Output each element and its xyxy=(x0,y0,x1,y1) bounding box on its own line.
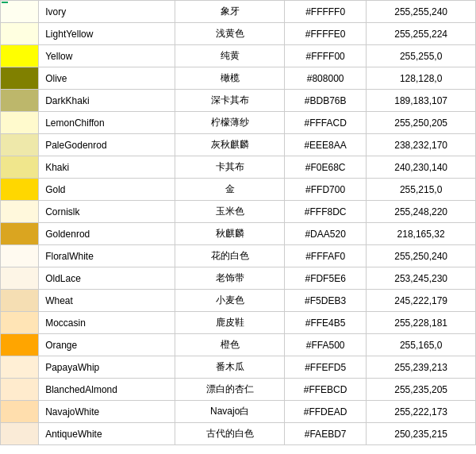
color-name: OldLace xyxy=(39,267,175,290)
color-name: BlanchedAlmond xyxy=(39,379,175,401)
color-chinese: 花的白色 xyxy=(175,245,285,267)
color-rgb: 238,232,170 xyxy=(367,134,476,156)
color-chinese: 鹿皮鞋 xyxy=(175,312,285,334)
table-row: NavajoWhite Navajo白 #FFDEAD 255,222,173 xyxy=(1,401,476,423)
color-rgb: 255,250,240 xyxy=(367,245,476,267)
color-hex: #FFFAF0 xyxy=(285,245,367,267)
color-name: Goldenrod xyxy=(39,223,175,245)
color-hex: #FDF5E6 xyxy=(285,267,367,290)
color-rgb: 255,235,205 xyxy=(367,379,476,401)
color-chinese: 秋麒麟 xyxy=(175,223,285,245)
color-rgb: 255,165,0 xyxy=(367,334,476,356)
color-chinese: 卡其布 xyxy=(175,156,285,179)
color-chinese: 金 xyxy=(175,179,285,201)
table-row: Goldenrod 秋麒麟 #DAA520 218,165,32 xyxy=(1,223,476,245)
color-chinese: 橙色 xyxy=(175,334,285,356)
color-chinese: 古代的白色 xyxy=(175,423,285,445)
color-chinese: 番木瓜 xyxy=(175,356,285,379)
color-chinese: Navajo白 xyxy=(175,401,285,423)
table-row: OldLace 老饰带 #FDF5E6 253,245,230 xyxy=(1,267,476,290)
color-swatch xyxy=(1,1,39,23)
color-chinese: 深卡其布 xyxy=(175,90,285,112)
color-rgb: 255,255,0 xyxy=(367,45,476,67)
color-rgb: 245,222,179 xyxy=(367,290,476,312)
color-hex: #F5DEB3 xyxy=(285,290,367,312)
color-hex: #EEE8AA xyxy=(285,134,367,156)
color-swatch xyxy=(1,90,39,112)
color-swatch xyxy=(1,179,39,201)
table-row: AntiqueWhite 古代的白色 #FAEBD7 250,235,215 xyxy=(1,423,476,445)
table-row: LemonChiffon 柠檬薄纱 #FFFACD 255,250,205 xyxy=(1,112,476,134)
color-hex: #BDB76B xyxy=(285,90,367,112)
color-swatch xyxy=(1,379,39,401)
color-chinese: 小麦色 xyxy=(175,290,285,312)
color-name: PaleGodenrod xyxy=(39,134,175,156)
color-name: Cornislk xyxy=(39,201,175,223)
table-row: Wheat 小麦色 #F5DEB3 245,222,179 xyxy=(1,290,476,312)
color-swatch xyxy=(1,23,39,45)
table-row: Moccasin 鹿皮鞋 #FFE4B5 255,228,181 xyxy=(1,312,476,334)
table-row: DarkKhaki 深卡其布 #BDB76B 189,183,107 xyxy=(1,90,476,112)
table-row: BlanchedAlmond 漂白的杏仁 #FFEBCD 255,235,205 xyxy=(1,379,476,401)
color-rgb: 255,239,213 xyxy=(367,356,476,379)
color-name: Khaki xyxy=(39,156,175,179)
color-rgb: 255,222,173 xyxy=(367,401,476,423)
color-rgb: 189,183,107 xyxy=(367,90,476,112)
table-row: Yellow 纯黄 #FFFF00 255,255,0 xyxy=(1,45,476,67)
color-rgb: 255,255,224 xyxy=(367,23,476,45)
color-name: Olive xyxy=(39,67,175,90)
color-rgb: 128,128,0 xyxy=(367,67,476,90)
color-table: Ivory 象牙 #FFFFF0 255,255,240 LightYellow… xyxy=(0,0,476,445)
table-row: LightYellow 浅黄色 #FFFFE0 255,255,224 xyxy=(1,23,476,45)
table-row: FloralWhite 花的白色 #FFFAF0 255,250,240 xyxy=(1,245,476,267)
table-row: Khaki 卡其布 #F0E68C 240,230,140 xyxy=(1,156,476,179)
color-swatch xyxy=(1,67,39,90)
color-hex: #FFD700 xyxy=(285,179,367,201)
color-chinese: 纯黄 xyxy=(175,45,285,67)
color-name: Wheat xyxy=(39,290,175,312)
color-name: Ivory xyxy=(39,1,175,23)
color-name: LemonChiffon xyxy=(39,112,175,134)
color-swatch xyxy=(1,112,39,134)
color-chinese: 漂白的杏仁 xyxy=(175,379,285,401)
color-swatch xyxy=(1,334,39,356)
color-name: PapayaWhip xyxy=(39,356,175,379)
color-hex: #FFA500 xyxy=(285,334,367,356)
color-hex: #FFEBCD xyxy=(285,379,367,401)
color-swatch xyxy=(1,290,39,312)
color-chinese: 浅黄色 xyxy=(175,23,285,45)
color-name: LightYellow xyxy=(39,23,175,45)
watermark xyxy=(2,2,8,3)
color-swatch xyxy=(1,356,39,379)
color-swatch xyxy=(1,245,39,267)
color-hex: #FFFFF0 xyxy=(285,1,367,23)
color-rgb: 218,165,32 xyxy=(367,223,476,245)
table-row: Olive 橄榄 #808000 128,128,0 xyxy=(1,67,476,90)
color-swatch xyxy=(1,156,39,179)
color-name: Gold xyxy=(39,179,175,201)
color-swatch xyxy=(1,201,39,223)
table-row: Cornislk 玉米色 #FFF8DC 255,248,220 xyxy=(1,201,476,223)
table-row: PapayaWhip 番木瓜 #FFEFD5 255,239,213 xyxy=(1,356,476,379)
color-name: FloralWhite xyxy=(39,245,175,267)
color-swatch xyxy=(1,401,39,423)
color-name: DarkKhaki xyxy=(39,90,175,112)
color-hex: #FFEFD5 xyxy=(285,356,367,379)
color-hex: #F0E68C xyxy=(285,156,367,179)
color-swatch xyxy=(1,423,39,445)
color-rgb: 240,230,140 xyxy=(367,156,476,179)
color-name: AntiqueWhite xyxy=(39,423,175,445)
color-rgb: 250,235,215 xyxy=(367,423,476,445)
color-hex: #FFFACD xyxy=(285,112,367,134)
color-name: Orange xyxy=(39,334,175,356)
color-chinese: 老饰带 xyxy=(175,267,285,290)
color-swatch xyxy=(1,312,39,334)
color-rgb: 253,245,230 xyxy=(367,267,476,290)
color-swatch xyxy=(1,45,39,67)
table-row: Ivory 象牙 #FFFFF0 255,255,240 xyxy=(1,1,476,23)
color-chinese: 象牙 xyxy=(175,1,285,23)
color-chinese: 柠檬薄纱 xyxy=(175,112,285,134)
color-chinese: 灰秋麒麟 xyxy=(175,134,285,156)
color-hex: #FFDEAD xyxy=(285,401,367,423)
table-row: Gold 金 #FFD700 255,215,0 xyxy=(1,179,476,201)
